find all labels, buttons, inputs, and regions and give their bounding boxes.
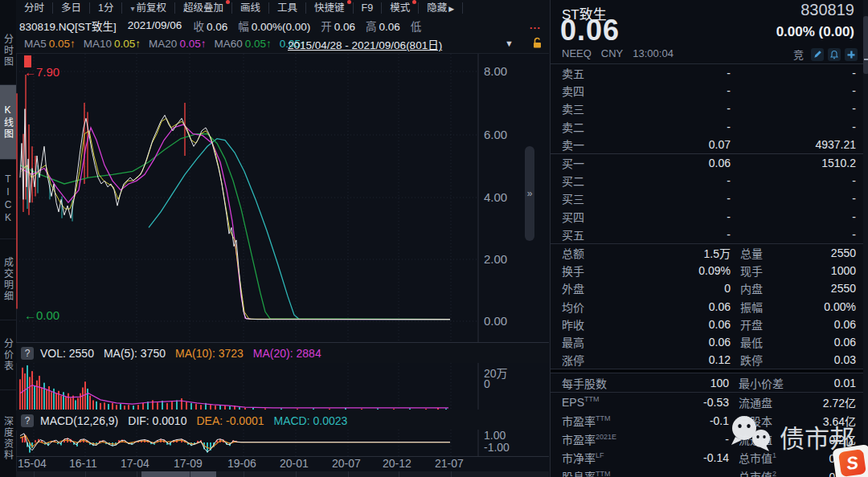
ask-row-1[interactable]: 卖一0.074937.21	[551, 136, 868, 153]
auction-label: 竞	[793, 47, 804, 62]
sidebar-tab-1[interactable]: 分时图	[0, 16, 16, 85]
arrow-right-icon: ▶	[448, 5, 454, 13]
ma5-value: 0.05↑	[49, 38, 76, 50]
high-price-marker: ←7.90	[24, 65, 59, 79]
chevron-down-icon[interactable]: ▼	[505, 39, 514, 48]
scrollbar-tick	[399, 471, 399, 477]
ma10-pair: MA100.05↑	[84, 38, 141, 50]
fundamental-row-5: 股息率TTM总市值20.2亿	[551, 467, 868, 477]
bid-row-4[interactable]: 买四--	[551, 208, 868, 226]
lot-size-values: 每手股数100最小价差0.01	[551, 373, 868, 392]
bid-row-5[interactable]: 买五--	[551, 226, 868, 243]
toolbar-item-5[interactable]: 超级叠加	[175, 2, 232, 14]
unlock-icon[interactable]	[532, 37, 542, 51]
y-axis-label: 8.00	[484, 64, 507, 78]
info-field-5: 低	[411, 21, 424, 33]
scrollbar-tick	[137, 471, 137, 477]
scrollbar-tick	[296, 471, 297, 477]
quote-header: ST致生 830819 0.06 0.00% (0.00) NEEQ CNY 1…	[551, 0, 868, 64]
price-change: 0.00% (0.00)	[776, 24, 854, 40]
panel-collapse-handle[interactable]: »	[525, 146, 534, 241]
ma10-value: 0.05↑	[114, 38, 141, 50]
vol-ma20: MA(20): 2884	[253, 347, 321, 360]
sidebar-tab-5[interactable]: 分价表	[0, 320, 16, 390]
quote-panel: ST致生 830819 0.06 0.00% (0.00) NEEQ CNY 1…	[550, 0, 868, 477]
kline-chart-pane[interactable]: ←7.90 ←0.00 8.006.004.002.000.00	[16, 53, 549, 343]
help-icon[interactable]: ?	[21, 347, 34, 360]
edit-pencil-icon[interactable]	[811, 48, 824, 61]
toolbar-item-4[interactable]: ▾前复权	[122, 2, 175, 14]
info-field-3: 开0.06	[321, 21, 355, 33]
stat-row-2: 换手0.09%现手1000	[551, 262, 868, 279]
symbol-label: 830819.NQ[ST致生]	[19, 18, 117, 34]
vol-ma10: MA(10): 3723	[175, 347, 244, 360]
horizontal-scrollbar[interactable]	[16, 471, 549, 477]
toolbar-item-6[interactable]: 画线	[232, 2, 269, 14]
ask-row-3[interactable]: 卖三--	[551, 100, 868, 117]
ask-row-4[interactable]: 卖四--	[551, 82, 868, 100]
macd-dif: DIF: 0.0010	[128, 414, 186, 427]
market-info: NEEQ CNY 13:00:04	[562, 47, 674, 59]
toolbar-item-1[interactable]: 分时	[16, 2, 53, 14]
x-axis-label: 21-07	[435, 457, 464, 470]
sidebar-tab-4[interactable]: 成交明细	[0, 239, 16, 320]
y-axis-label: 2.00	[484, 252, 507, 266]
exchange-label: NEEQ	[562, 47, 592, 59]
x-axis-label: 15-04	[18, 457, 47, 470]
ask-row-5[interactable]: 卖五--	[551, 64, 868, 82]
scrollbar-tick	[348, 471, 349, 477]
info-field-1: 收0.06	[193, 21, 227, 33]
volume-chart-pane[interactable]: 20万 0	[16, 363, 549, 410]
lot-size-row: 每手股数100最小价差0.01	[551, 373, 868, 393]
alert-bell-icon[interactable]	[828, 48, 841, 61]
more-ellipsis[interactable]: ...	[530, 19, 541, 31]
ma5-pair: MA50.05↑	[24, 38, 76, 50]
add-plus-icon[interactable]	[845, 48, 858, 61]
y-axis-label: 6.00	[484, 128, 507, 141]
macd-name: MACD(12,26,9)	[40, 414, 118, 427]
date-range-selector[interactable]: 2015/04/28 - 2021/09/06(801日)	[288, 36, 442, 52]
toolbar-item-7[interactable]: 工具	[269, 2, 306, 14]
vol-current: VOL: 2550	[40, 347, 94, 360]
x-axis-label: 19-06	[227, 457, 256, 470]
info-field-2: 幅0.00%(0.00)	[238, 21, 310, 33]
ma20-value: 0.05↑	[179, 38, 206, 50]
toolbar-item-8[interactable]: 快捷键	[306, 2, 354, 14]
fundamental-row-3: 市盈率2021E-流通值0.2亿	[551, 430, 868, 448]
sidebar-tab-3[interactable]: TICK	[0, 160, 16, 239]
stock-info-bar: 830819.NQ[ST致生] 2021/09/06 收0.06幅0.00%(0…	[16, 16, 549, 35]
ask-row-2[interactable]: 卖二--	[551, 118, 868, 136]
ma-indicator-bar: MA50.05↑ MA100.05↑ MA200.05↑ MA600.05↑ 0…	[16, 35, 549, 53]
toolbar-item-2[interactable]: 多日	[53, 2, 90, 14]
macd-chart-pane[interactable]: 1.00 -1.00	[16, 430, 549, 457]
toolbar-item-9[interactable]: F9	[354, 2, 383, 14]
notification-dot	[412, 0, 416, 4]
trade-date-label: 2021/09/06	[128, 19, 182, 31]
stat-row-4: 均价0.06振幅0.00%	[551, 297, 868, 315]
x-axis-label: 17-04	[121, 457, 149, 470]
vertical-scrollbar-thumb[interactable]	[863, 16, 868, 74]
bid-row-2[interactable]: 买二--	[551, 172, 868, 190]
toolbar-item-3[interactable]: 1分	[90, 2, 122, 14]
sidebar-tab-2[interactable]: K线图	[0, 85, 16, 160]
ohlc-fields: 收0.06幅0.00%(0.00)开0.06高0.06低	[193, 18, 434, 34]
quote-stats: 总额1.5万总量2550换手0.09%现手1000外盘0内盘2550均价0.06…	[551, 243, 868, 369]
last-price: 0.06	[560, 14, 620, 47]
toolbar-item-11[interactable]: 隐藏▶	[419, 2, 463, 14]
bid-row-3[interactable]: 买三--	[551, 190, 868, 207]
scrollbar-tick	[34, 471, 35, 477]
vertical-scrollbar[interactable]	[863, 0, 868, 477]
scrollbar-tick	[451, 471, 452, 477]
x-axis-labels: 15-0416-1117-0417-0919-0620-0120-0720-12…	[16, 457, 549, 471]
bid-row-1[interactable]: 买一0.061510.2	[551, 154, 868, 172]
ask-levels: 卖五--卖四--卖三--卖二--卖一0.074937.21	[551, 64, 868, 153]
stat-row-1: 总额1.5万总量2550	[551, 244, 868, 262]
toolbar-item-10[interactable]: 模式	[382, 2, 419, 14]
sidebar-tab-6[interactable]: 深度资料	[0, 390, 16, 477]
volume-pane-header: ? VOL: 2550 MA(5): 3750 MA(10): 3723 MA(…	[16, 343, 549, 363]
notification-dot	[226, 0, 230, 4]
help-icon[interactable]: ?	[21, 414, 34, 427]
scrollbar-thumb[interactable]	[141, 471, 216, 477]
quote-time: 13:00:04	[633, 47, 674, 59]
y-axis-label: 4.00	[484, 190, 507, 204]
